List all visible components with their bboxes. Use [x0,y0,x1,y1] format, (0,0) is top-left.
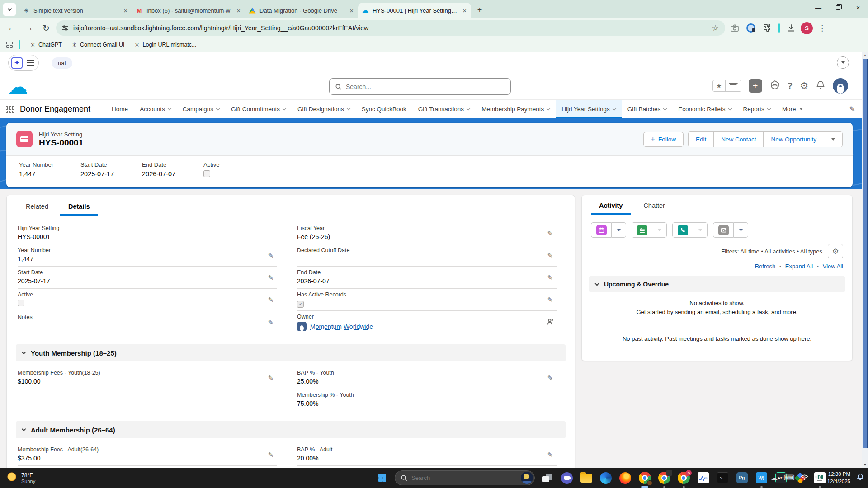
nav-tab[interactable]: Campaigns [177,100,225,118]
chevron-down-icon[interactable] [547,107,550,110]
weather-widget[interactable]: 78°F Sunny [0,471,90,485]
chrome-active-icon[interactable] [638,471,651,485]
edit-icon[interactable]: ✎ [547,230,553,238]
caret-down-icon[interactable] [799,108,803,110]
start-button[interactable] [375,471,389,485]
nav-tab[interactable]: Gift Commitments [225,100,292,118]
new-event-button[interactable] [591,222,612,238]
bookmark-item[interactable]: ✳ Connect Gmail UI [68,41,128,49]
edit-navigation-icon[interactable]: ✎ [849,105,855,113]
notification-bell-icon[interactable] [856,473,864,483]
edit-icon[interactable]: ✎ [268,451,274,459]
favorites-dropdown[interactable] [725,80,741,91]
nav-tab[interactable]: Home [106,100,134,118]
more-actions-dropdown[interactable] [824,132,842,147]
system-monitor-icon[interactable] [696,471,710,485]
bookmark-star-icon[interactable]: ☆ [708,23,722,33]
chevron-down-icon[interactable] [347,107,350,110]
follow-button[interactable]: +Follow [643,132,684,147]
tab-related[interactable]: Related [18,197,57,216]
address-bar[interactable]: isijoftoronto--uat.sandbox.lightning.for… [56,20,725,36]
nav-tab[interactable]: More [776,100,809,118]
edge-icon[interactable] [599,471,613,485]
screenshot-extension-icon[interactable] [728,21,741,35]
app-launcher-icon[interactable] [6,106,14,113]
edit-icon[interactable]: ✎ [268,252,274,260]
chevron-down-icon[interactable] [613,107,616,110]
edit-button[interactable]: Edit [689,132,713,147]
chat-app-icon[interactable] [560,471,574,485]
tab-close-icon[interactable]: × [236,7,241,14]
section-header[interactable]: Adult Membership (26–64) [16,421,566,438]
tab-chatter[interactable]: Chatter [635,197,673,215]
taskbar-search[interactable] [395,470,535,485]
edit-icon[interactable]: ✎ [547,274,553,282]
view-all-link[interactable]: View All [823,263,843,270]
profile-avatar[interactable]: S [801,22,813,34]
edit-icon[interactable]: ✎ [547,451,553,459]
global-actions-button[interactable]: + [749,79,762,93]
notifications-bell-icon[interactable] [816,80,826,92]
hamburger-menu-icon[interactable] [27,62,34,63]
apps-grid-icon[interactable] [6,42,13,48]
edit-icon[interactable]: ✎ [268,319,274,327]
browser-menu-icon[interactable]: ⋮ [816,23,829,33]
onedrive-icon[interactable]: ☁ [770,474,778,482]
extensions-icon[interactable] [760,21,774,35]
clock-widget[interactable]: 12:30 PM 12/4/2025 [827,471,850,485]
firefox-icon[interactable] [618,471,632,485]
browser-tab-2[interactable]: M Inbox (6) - saiful@momentum-w × [132,3,245,18]
refresh-link[interactable]: Refresh [755,263,776,270]
task-view-icon[interactable] [541,471,554,485]
chevron-down-icon[interactable] [283,107,286,110]
chevron-down-icon[interactable] [767,107,771,110]
global-search-input[interactable] [346,83,505,90]
setup-gear-icon[interactable]: ⚙ [800,80,808,91]
nav-tab[interactable]: Gift Designations [292,100,356,118]
site-info-icon[interactable] [61,24,69,32]
filters-gear-button[interactable]: ⚙ [828,244,843,258]
forward-button[interactable]: → [22,21,36,35]
scroll-up-arrow[interactable]: ▲ [862,52,868,58]
edit-icon[interactable]: ✎ [268,374,274,382]
edit-icon[interactable]: ✎ [268,274,274,282]
edit-icon[interactable]: ✎ [547,374,553,382]
close-window-button[interactable]: × [848,0,868,15]
nav-tab[interactable]: Gift Batches [622,100,673,118]
browser-tab-active[interactable]: ☁ HYS-00001 | Hijri Year Setting | S × [358,3,471,18]
favorite-star-icon[interactable]: ★ [713,80,725,91]
postgresql-icon[interactable]: Pg [735,471,749,485]
chevron-down-icon[interactable] [167,107,171,110]
wifi-icon[interactable] [801,474,808,482]
edit-icon[interactable]: ✎ [547,252,553,260]
minimize-button[interactable]: — [808,0,828,15]
chevron-down-icon[interactable] [216,107,220,110]
nav-tab[interactable]: Sync QuickBook [356,100,412,118]
nav-tab[interactable]: Membership Payments [476,100,556,118]
nav-tab[interactable]: Hijri Year Settings [556,100,622,118]
email-dropdown[interactable] [734,222,748,238]
chevron-down-icon[interactable] [728,107,731,110]
tray-expand-icon[interactable]: ∧ [760,474,764,482]
new-task-button[interactable] [632,222,652,238]
tab-close-icon[interactable]: × [349,7,354,14]
sparkle-icon[interactable]: ✦ [11,57,23,69]
page-scrollbar[interactable]: ▲ ▼ [862,52,868,468]
bookmark-item[interactable]: ✳ ChatGPT [27,41,66,49]
change-owner-icon[interactable] [547,318,554,327]
new-opportunity-button[interactable]: New Opportunity [763,132,824,147]
einstein-menu-pill[interactable]: ✦ [8,55,39,71]
bing-daily-icon[interactable] [521,472,533,484]
downloads-icon[interactable] [784,21,798,35]
nav-tab[interactable]: Gift Transactions [412,100,476,118]
scrollbar-thumb[interactable] [863,59,868,448]
chrome-profile3-icon[interactable]: S [677,471,690,485]
touch-keyboard-icon[interactable]: ⌨ [783,473,795,483]
restore-button[interactable] [828,0,848,15]
browser-tab-1[interactable]: ✳ Simple text version × [19,3,132,18]
tab-search-button[interactable] [3,3,16,16]
tab-close-icon[interactable]: × [462,7,467,14]
guidance-center-icon[interactable] [769,80,780,92]
back-button[interactable]: ← [5,21,19,35]
section-header[interactable]: Youth Membership (18–25) [16,344,566,361]
